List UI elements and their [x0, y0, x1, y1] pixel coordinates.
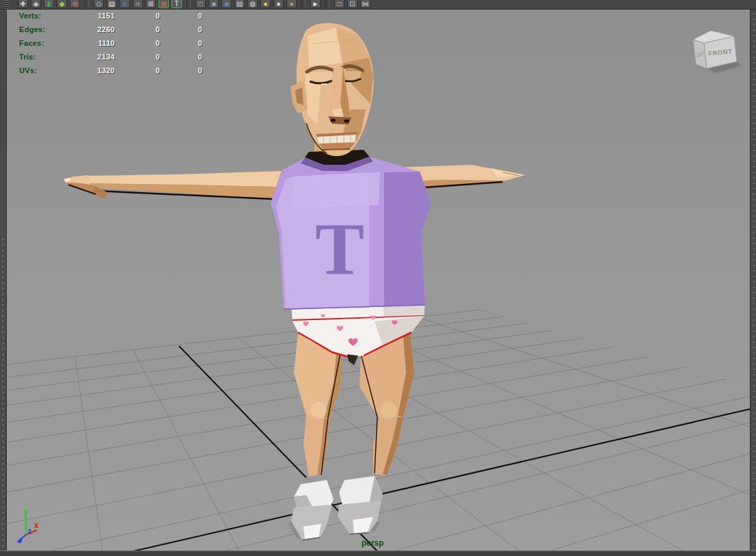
hud-value: 0	[174, 25, 202, 34]
hud-value: 0	[131, 53, 160, 61]
bookmark-icon[interactable]: ▮	[44, 0, 54, 8]
wireframe-icon[interactable]: ◇	[94, 0, 104, 8]
hud-label: Edges:	[19, 25, 45, 34]
hud-row-tris: Tris: 2134 0 0	[19, 51, 197, 65]
textured-cube-icon[interactable]: ▧	[234, 0, 245, 8]
default-light-icon[interactable]: ●	[260, 0, 271, 8]
hud-value: 0	[131, 12, 160, 20]
hud-value: 0	[131, 25, 160, 34]
image-plane-icon[interactable]: ◆	[57, 0, 67, 8]
z-axis-arrowhead	[16, 538, 23, 543]
gold-light-icon[interactable]: ●	[286, 0, 297, 8]
toolbar-separator	[301, 0, 306, 8]
top-toolbar: ✚◈▮◆⊕◇▤●○⊠▦T□■■▧◍●●●►□⊡⋈	[0, 0, 756, 10]
checker-sphere-icon[interactable]: ◍	[247, 0, 258, 8]
left-panel-edge[interactable]	[0, 9, 7, 551]
wire-cube-icon[interactable]: □	[195, 0, 206, 8]
shoes	[288, 472, 383, 540]
hud-label: Faces:	[19, 39, 44, 47]
hud-row-faces: Faces: 1110 0 0	[19, 38, 197, 51]
toolbar-grip[interactable]	[4, 0, 10, 9]
origin-axes	[133, 346, 753, 551]
hud-label: Verts:	[19, 12, 41, 20]
blue-cube-icon[interactable]: ■	[221, 0, 232, 8]
hud-value: 0	[174, 12, 202, 20]
x-axis-label: x	[34, 520, 39, 530]
white-light-icon[interactable]: ●	[273, 0, 284, 8]
bottom-panel-edge	[0, 551, 756, 556]
textured-mode-icon[interactable]: T	[172, 0, 182, 8]
toolbar-separator	[85, 0, 89, 8]
shirt-letter: T	[315, 208, 364, 289]
hud-value: 2134	[86, 53, 115, 61]
hud-label: UVs:	[19, 66, 37, 75]
hud-row-verts: Verts: 1151 0 0	[19, 10, 197, 24]
connections-icon[interactable]: ⋈	[360, 0, 370, 8]
hud-label: Tris:	[19, 53, 36, 61]
tank-top: T	[271, 150, 431, 310]
hud-value: 0	[174, 66, 202, 75]
hud-value: 0	[131, 39, 160, 47]
hud-value: 0	[131, 66, 160, 75]
hud-value: 0	[174, 39, 202, 47]
shaded-sphere-icon[interactable]: ●	[120, 0, 130, 8]
zoom-region-icon[interactable]: ⊕	[70, 0, 80, 8]
axis-gizmo: y z x	[16, 507, 39, 543]
layers-icon[interactable]: ⊡	[347, 0, 357, 8]
z-axis-gizmo-line	[18, 535, 26, 541]
select-cursor-icon[interactable]: ►	[310, 0, 321, 8]
flat-shade-icon[interactable]: ○	[133, 0, 143, 8]
hud-value: 1110	[86, 39, 115, 47]
toolbar-icon-row: ✚◈▮◆⊕◇▤●○⊠▦T□■■▧◍●●●►□⊡⋈	[0, 0, 372, 9]
character-model[interactable]: T	[64, 23, 525, 541]
xray-icon[interactable]: ⊠	[146, 0, 156, 8]
camera-roll-icon[interactable]: ◈	[31, 0, 41, 8]
head	[291, 23, 374, 157]
toolbar-separator	[325, 0, 329, 8]
y-axis-label: y	[23, 507, 28, 516]
camera-label: persp	[362, 538, 384, 548]
left-arm	[64, 171, 282, 199]
hud-row-edges: Edges: 2260 0 0	[19, 24, 197, 38]
viewport-3d[interactable]: T	[0, 0, 756, 556]
z-axis-label: z	[27, 527, 31, 536]
isolate-select-icon[interactable]: □	[334, 0, 345, 8]
view-cube[interactable]: FRONT LEFT	[693, 31, 742, 73]
hud-row-uvs: UVs: 1320 0 0	[19, 65, 197, 79]
hud-value: 2260	[86, 25, 115, 34]
film-gate-icon[interactable]: ▤	[107, 0, 117, 8]
hud-value: 1151	[86, 12, 115, 20]
poly-count-hud: Verts: 1151 0 0 Edges: 2260 0 0 Faces: 1…	[19, 10, 197, 79]
hw-texture-icon[interactable]: ▦	[159, 0, 169, 8]
toolbar-separator	[187, 0, 191, 8]
camera-track-icon[interactable]: ✚	[18, 0, 28, 8]
hud-value: 0	[174, 53, 202, 61]
shaded-cube-icon[interactable]: ■	[208, 0, 219, 8]
hud-value: 1320	[86, 66, 115, 75]
right-panel-edge[interactable]	[750, 9, 756, 551]
